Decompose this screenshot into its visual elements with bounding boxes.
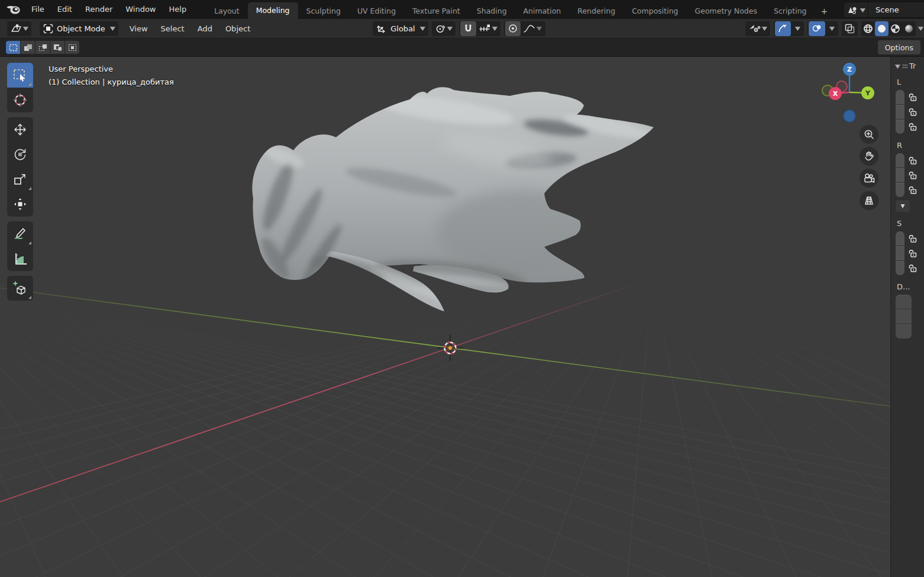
menu-select[interactable]: Select xyxy=(154,19,191,38)
location-z-field[interactable] xyxy=(896,120,904,134)
pan-button[interactable] xyxy=(860,147,878,166)
gizmo-dropdown[interactable]: ▼ xyxy=(791,21,803,36)
tool-measure[interactable] xyxy=(7,246,33,271)
menu-file[interactable]: File xyxy=(25,0,51,19)
options-button[interactable]: Options xyxy=(878,40,920,54)
object-mode-icon xyxy=(43,24,53,34)
chevron-down-icon: ▼ xyxy=(795,25,800,31)
tool-scale[interactable] xyxy=(7,167,33,192)
model-object[interactable] xyxy=(243,80,668,323)
xray-toggle[interactable] xyxy=(842,21,858,36)
unlock-icon[interactable] xyxy=(908,186,917,194)
proportional-editing-toggle[interactable] xyxy=(505,21,521,36)
pivot-point-dropdown[interactable]: ▼ xyxy=(432,21,455,36)
scale-y-field[interactable] xyxy=(896,246,904,260)
menu-object[interactable]: Object xyxy=(219,19,257,38)
location-x-field[interactable] xyxy=(896,90,904,104)
tab-sculpting[interactable]: Sculpting xyxy=(298,4,349,19)
show-gizmo-toggle[interactable] xyxy=(775,21,791,36)
gizmo-y-label: Y xyxy=(865,89,871,97)
scale-z-field[interactable] xyxy=(896,261,904,275)
ortho-grid-icon xyxy=(863,195,875,206)
navigation-gizmo[interactable]: Z X Y xyxy=(820,62,879,127)
unlock-icon[interactable] xyxy=(908,234,917,243)
rotation-z-field[interactable] xyxy=(896,183,904,197)
scene-selector[interactable]: ▼ Scene xyxy=(844,2,924,18)
unlock-icon[interactable] xyxy=(908,171,917,179)
tool-select-box[interactable] xyxy=(7,63,33,88)
menu-add[interactable]: Add xyxy=(191,19,219,38)
zoom-button[interactable] xyxy=(860,125,878,144)
rotation-x-field[interactable] xyxy=(896,153,904,167)
editor-type-selector[interactable]: ▼ xyxy=(7,21,31,36)
rotation-mode-dropdown[interactable]: ▼ xyxy=(896,200,910,212)
menu-view[interactable]: View xyxy=(123,19,154,38)
menu-render[interactable]: Render xyxy=(79,0,119,19)
shading-rendered-button[interactable] xyxy=(902,21,916,36)
transform-orientation-dropdown[interactable]: Global ▼ xyxy=(373,21,428,36)
tool-cursor[interactable] xyxy=(7,88,33,112)
tab-texture-paint[interactable]: Texture Paint xyxy=(404,4,469,19)
unlock-icon[interactable] xyxy=(908,108,917,116)
dimensions-z-field[interactable] xyxy=(896,324,912,339)
rotation-y-field[interactable] xyxy=(896,168,904,182)
proportional-falloff-dropdown[interactable]: ▼ xyxy=(521,21,544,36)
snap-target-dropdown[interactable]: ▼ xyxy=(476,21,500,36)
dimensions-y-field[interactable] xyxy=(896,310,912,324)
toggle-perspective-button[interactable] xyxy=(860,191,878,210)
location-y-field[interactable] xyxy=(896,105,904,119)
transform-panel-header[interactable]: ▼ Tr xyxy=(896,62,924,70)
show-overlays-toggle[interactable] xyxy=(809,21,825,36)
proportional-circle-icon xyxy=(508,24,518,33)
tab-animation[interactable]: Animation xyxy=(515,4,570,19)
grip-icon xyxy=(902,64,908,69)
scene-name[interactable]: Scene xyxy=(868,5,924,14)
tool-rotate[interactable] xyxy=(7,142,33,167)
select-extend-button[interactable] xyxy=(21,41,35,54)
object-visibility-dropdown[interactable]: ▼ xyxy=(745,21,770,36)
unlock-icon[interactable] xyxy=(908,264,917,272)
unlock-icon[interactable] xyxy=(908,249,917,257)
unlock-icon[interactable] xyxy=(908,123,917,131)
select-subtract-button[interactable] xyxy=(35,41,50,54)
menu-edit[interactable]: Edit xyxy=(51,0,79,19)
camera-view-button[interactable] xyxy=(860,169,878,188)
tool-add-cube[interactable] xyxy=(7,276,33,301)
gizmo-x-label: X xyxy=(833,90,838,98)
tab-rendering[interactable]: Rendering xyxy=(569,4,623,19)
xray-icon xyxy=(845,24,855,34)
dimensions-x-field[interactable] xyxy=(896,295,912,309)
tab-layout[interactable]: Layout xyxy=(206,4,248,19)
unlock-icon[interactable] xyxy=(908,156,917,165)
overlays-dropdown[interactable]: ▼ xyxy=(825,21,837,36)
tab-scripting[interactable]: Scripting xyxy=(765,4,815,19)
blender-logo-icon xyxy=(6,4,21,15)
select-invert-button[interactable] xyxy=(50,41,64,54)
shading-dropdown[interactable]: ▼ xyxy=(918,25,923,31)
tab-geometry-nodes[interactable]: Geometry Nodes xyxy=(687,4,765,19)
tool-annotate[interactable] xyxy=(7,221,33,246)
add-workspace-button[interactable]: + xyxy=(815,4,834,19)
shading-wireframe-button[interactable] xyxy=(861,21,875,36)
menu-help[interactable]: Help xyxy=(163,0,193,19)
tab-uv-editing[interactable]: UV Editing xyxy=(349,4,404,19)
shading-solid-button[interactable] xyxy=(875,21,889,36)
hand-icon xyxy=(863,150,875,162)
scale-x-field[interactable] xyxy=(896,231,904,246)
tool-move[interactable] xyxy=(7,117,33,142)
menu-window[interactable]: Window xyxy=(119,0,162,19)
tab-shading[interactable]: Shading xyxy=(469,4,515,19)
viewport-3d[interactable]: User Perspective (1) Collection | курица… xyxy=(0,57,924,577)
mode-dropdown[interactable]: Object Mode ▼ xyxy=(40,21,118,36)
smooth-falloff-icon xyxy=(524,24,535,33)
tool-transform[interactable] xyxy=(7,192,33,217)
shading-material-button[interactable] xyxy=(889,21,902,36)
select-set-button[interactable] xyxy=(6,41,20,54)
tab-modeling[interactable]: Modeling xyxy=(248,2,298,19)
tab-compositing[interactable]: Compositing xyxy=(623,4,686,19)
orientation-label: Global xyxy=(387,24,418,33)
snap-toggle[interactable] xyxy=(460,21,476,36)
select-intersect-button[interactable] xyxy=(65,41,79,54)
unlock-icon[interactable] xyxy=(908,93,917,101)
gizmo-neg-z[interactable] xyxy=(844,110,855,122)
